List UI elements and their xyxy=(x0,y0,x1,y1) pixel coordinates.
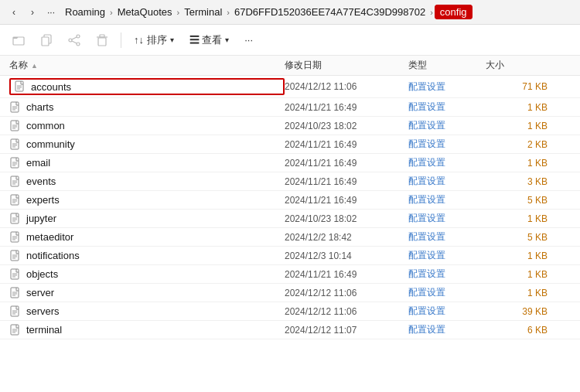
file-name-text: objects xyxy=(26,268,58,280)
file-name-text: jupyter xyxy=(26,213,56,224)
svg-rect-8 xyxy=(98,38,106,46)
header-size[interactable]: 大小 xyxy=(486,59,548,72)
file-type-cell: 配置设置 xyxy=(408,80,486,94)
svg-rect-27 xyxy=(11,158,19,168)
forward-button[interactable]: › xyxy=(25,5,40,20)
file-size-cell: 39 KB xyxy=(486,306,548,317)
breadcrumb-item-67d6ffd152036ee74a77e4c39d998702[interactable]: 67D6FFD152036EE74A77E4C39D998702 xyxy=(231,5,428,19)
table-row[interactable]: email2024/11/21 16:49配置设置1 KB xyxy=(0,154,580,172)
table-row[interactable]: events2024/11/21 16:49配置设置3 KB xyxy=(0,172,580,191)
file-name-cell: experts xyxy=(9,194,285,206)
svg-line-6 xyxy=(72,37,77,39)
file-date-cell: 2024/11/21 16:49 xyxy=(285,269,408,280)
file-name-cell: community xyxy=(9,138,285,151)
table-row[interactable]: servers2024/12/12 11:06配置设置39 KB xyxy=(0,302,580,321)
svg-point-4 xyxy=(69,39,72,42)
file-date-cell: 2024/12/12 11:06 xyxy=(285,288,408,298)
file-size-cell: 1 KB xyxy=(486,102,548,113)
file-name-cell: objects xyxy=(9,268,285,281)
table-row[interactable]: experts2024/11/21 16:49配置设置5 KB xyxy=(0,191,580,210)
table-row[interactable]: common2024/10/23 18:02配置设置1 KB xyxy=(0,117,580,135)
more-label: ··· xyxy=(244,34,253,46)
file-date-cell: 2024/11/21 16:49 xyxy=(285,195,408,206)
more-nav-button[interactable]: ··· xyxy=(43,5,59,20)
svg-rect-23 xyxy=(11,139,19,149)
file-name-cell: events xyxy=(9,176,285,188)
table-row[interactable]: community2024/11/21 16:49配置设置2 KB xyxy=(0,135,580,154)
file-type-cell: 配置设置 xyxy=(408,175,486,188)
new-folder-button[interactable] xyxy=(6,28,31,53)
file-icon xyxy=(9,324,22,336)
file-name-cell: servers xyxy=(9,305,285,318)
file-icon xyxy=(9,157,22,169)
nav-buttons: ‹ › ··· xyxy=(6,5,59,20)
svg-rect-10 xyxy=(100,35,104,37)
breadcrumb-item-terminal[interactable]: Terminal xyxy=(181,5,225,19)
svg-rect-55 xyxy=(11,288,19,298)
table-row[interactable]: accounts2024/12/12 11:06配置设置71 KB xyxy=(0,76,580,98)
table-row[interactable]: jupyter2024/10/23 18:02配置设置1 KB xyxy=(0,210,580,228)
header-name[interactable]: 名称 ▲ xyxy=(9,59,285,72)
svg-rect-35 xyxy=(11,195,19,205)
file-date-cell: 2024/11/21 16:49 xyxy=(285,139,408,150)
file-size-cell: 1 KB xyxy=(486,213,548,224)
file-name-cell: server xyxy=(9,287,285,299)
file-name-text: charts xyxy=(26,101,53,113)
file-name-text: email xyxy=(26,157,50,169)
file-size-cell: 5 KB xyxy=(486,195,548,206)
file-type-cell: 配置设置 xyxy=(408,156,486,169)
file-size-cell: 5 KB xyxy=(486,232,548,243)
sort-button[interactable]: ↑↓ 排序 ▾ xyxy=(128,30,180,50)
file-name-cell: notifications xyxy=(9,250,285,262)
main-content: ↑↓ 排序 ▾ ☰ 查看 ▾ ··· 名称 ▲ 修改日期 类型 大小 xyxy=(0,25,580,392)
delete-button[interactable] xyxy=(90,28,114,53)
table-row[interactable]: terminal2024/12/12 11:07配置设置6 KB xyxy=(0,321,580,339)
file-icon xyxy=(9,305,22,318)
header-spacer xyxy=(548,59,571,72)
table-row[interactable]: metaeditor2024/12/2 18:42配置设置5 KB xyxy=(0,228,580,247)
file-size-cell: 6 KB xyxy=(486,325,548,336)
sort-chevron: ▾ xyxy=(170,36,174,44)
file-icon xyxy=(14,80,26,93)
titlebar: ‹ › ··· Roaming › MetaQuotes › Terminal … xyxy=(0,0,580,25)
table-row[interactable]: server2024/12/12 11:06配置设置1 KB xyxy=(0,284,580,302)
breadcrumb-item-config[interactable]: config xyxy=(435,5,473,19)
svg-rect-51 xyxy=(11,269,19,279)
file-name-cell: accounts xyxy=(9,78,285,95)
file-list-header: 名称 ▲ 修改日期 类型 大小 xyxy=(0,56,580,76)
table-row[interactable]: charts2024/11/21 16:49配置设置1 KB xyxy=(0,98,580,117)
file-date-cell: 2024/11/21 16:49 xyxy=(285,102,408,113)
table-row[interactable]: notifications2024/12/3 10:14配置设置1 KB xyxy=(0,247,580,265)
file-size-cell: 1 KB xyxy=(486,288,548,298)
file-icon xyxy=(9,176,22,188)
file-name-text: accounts xyxy=(31,81,71,93)
file-name-text: terminal xyxy=(26,324,62,336)
breadcrumb-item-roaming[interactable]: Roaming xyxy=(62,5,108,19)
svg-rect-59 xyxy=(11,306,19,316)
file-size-cell: 1 KB xyxy=(486,251,548,261)
view-button[interactable]: ☰ 查看 ▾ xyxy=(183,30,236,50)
file-name-cell: terminal xyxy=(9,324,285,336)
file-size-cell: 1 KB xyxy=(486,121,548,131)
more-options-button[interactable]: ··· xyxy=(238,31,259,49)
header-date[interactable]: 修改日期 xyxy=(285,59,408,72)
file-date-cell: 2024/12/12 11:07 xyxy=(285,325,408,336)
file-icon xyxy=(9,250,22,262)
view-chevron: ▾ xyxy=(225,36,229,44)
table-row[interactable]: objects2024/11/21 16:49配置设置1 KB xyxy=(0,265,580,284)
file-icon xyxy=(9,138,22,151)
copy-button[interactable] xyxy=(34,28,59,53)
breadcrumb-item-metaquotes[interactable]: MetaQuotes xyxy=(114,5,176,19)
file-icon xyxy=(9,268,22,281)
file-type-cell: 配置设置 xyxy=(408,268,486,281)
file-type-cell: 配置设置 xyxy=(408,230,486,244)
file-size-cell: 1 KB xyxy=(486,158,548,169)
file-date-cell: 2024/10/23 18:02 xyxy=(285,213,408,224)
file-type-cell: 配置设置 xyxy=(408,119,486,132)
back-button[interactable]: ‹ xyxy=(6,5,22,20)
file-icon xyxy=(9,101,22,114)
file-type-cell: 配置设置 xyxy=(408,286,486,299)
share-button[interactable] xyxy=(62,28,87,53)
svg-line-7 xyxy=(72,41,77,43)
header-type[interactable]: 类型 xyxy=(408,59,486,72)
